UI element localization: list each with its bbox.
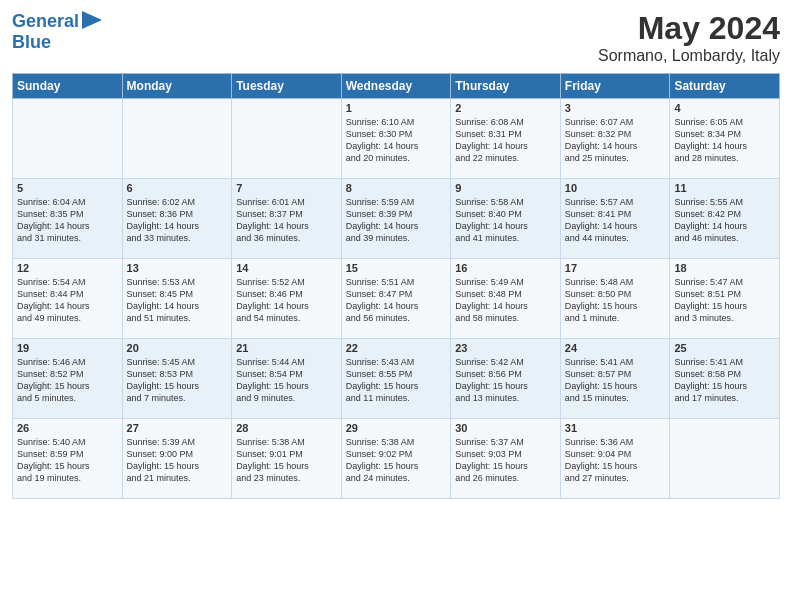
day-number: 16	[455, 262, 556, 274]
table-row: 23Sunrise: 5:42 AM Sunset: 8:56 PM Dayli…	[451, 339, 561, 419]
table-row: 2Sunrise: 6:08 AM Sunset: 8:31 PM Daylig…	[451, 99, 561, 179]
day-number: 23	[455, 342, 556, 354]
day-info: Sunrise: 5:48 AM Sunset: 8:50 PM Dayligh…	[565, 276, 666, 325]
table-row: 24Sunrise: 5:41 AM Sunset: 8:57 PM Dayli…	[560, 339, 670, 419]
table-row: 12Sunrise: 5:54 AM Sunset: 8:44 PM Dayli…	[13, 259, 123, 339]
day-number: 2	[455, 102, 556, 114]
day-number: 22	[346, 342, 447, 354]
table-row: 13Sunrise: 5:53 AM Sunset: 8:45 PM Dayli…	[122, 259, 232, 339]
day-number: 1	[346, 102, 447, 114]
day-info: Sunrise: 6:07 AM Sunset: 8:32 PM Dayligh…	[565, 116, 666, 165]
table-row: 22Sunrise: 5:43 AM Sunset: 8:55 PM Dayli…	[341, 339, 451, 419]
title-block: May 2024 Sormano, Lombardy, Italy	[598, 10, 780, 65]
table-row	[13, 99, 123, 179]
day-info: Sunrise: 5:52 AM Sunset: 8:46 PM Dayligh…	[236, 276, 337, 325]
day-number: 13	[127, 262, 228, 274]
day-info: Sunrise: 5:38 AM Sunset: 9:01 PM Dayligh…	[236, 436, 337, 485]
day-info: Sunrise: 5:37 AM Sunset: 9:03 PM Dayligh…	[455, 436, 556, 485]
day-info: Sunrise: 5:53 AM Sunset: 8:45 PM Dayligh…	[127, 276, 228, 325]
day-number: 30	[455, 422, 556, 434]
table-row: 4Sunrise: 6:05 AM Sunset: 8:34 PM Daylig…	[670, 99, 780, 179]
table-row: 11Sunrise: 5:55 AM Sunset: 8:42 PM Dayli…	[670, 179, 780, 259]
col-monday: Monday	[122, 74, 232, 99]
day-number: 17	[565, 262, 666, 274]
calendar-week-row: 1Sunrise: 6:10 AM Sunset: 8:30 PM Daylig…	[13, 99, 780, 179]
table-row: 17Sunrise: 5:48 AM Sunset: 8:50 PM Dayli…	[560, 259, 670, 339]
calendar-subtitle: Sormano, Lombardy, Italy	[598, 47, 780, 65]
day-number: 9	[455, 182, 556, 194]
day-number: 18	[674, 262, 775, 274]
table-row: 10Sunrise: 5:57 AM Sunset: 8:41 PM Dayli…	[560, 179, 670, 259]
day-info: Sunrise: 5:46 AM Sunset: 8:52 PM Dayligh…	[17, 356, 118, 405]
col-sunday: Sunday	[13, 74, 123, 99]
day-number: 20	[127, 342, 228, 354]
day-info: Sunrise: 5:57 AM Sunset: 8:41 PM Dayligh…	[565, 196, 666, 245]
table-row: 18Sunrise: 5:47 AM Sunset: 8:51 PM Dayli…	[670, 259, 780, 339]
table-row: 31Sunrise: 5:36 AM Sunset: 9:04 PM Dayli…	[560, 419, 670, 499]
table-row: 20Sunrise: 5:45 AM Sunset: 8:53 PM Dayli…	[122, 339, 232, 419]
table-row: 25Sunrise: 5:41 AM Sunset: 8:58 PM Dayli…	[670, 339, 780, 419]
day-number: 10	[565, 182, 666, 194]
day-number: 25	[674, 342, 775, 354]
table-row: 30Sunrise: 5:37 AM Sunset: 9:03 PM Dayli…	[451, 419, 561, 499]
day-info: Sunrise: 5:43 AM Sunset: 8:55 PM Dayligh…	[346, 356, 447, 405]
page-container: General Blue May 2024 Sormano, Lombardy,…	[0, 0, 792, 507]
day-info: Sunrise: 5:41 AM Sunset: 8:57 PM Dayligh…	[565, 356, 666, 405]
day-info: Sunrise: 5:49 AM Sunset: 8:48 PM Dayligh…	[455, 276, 556, 325]
calendar-title: May 2024	[598, 10, 780, 47]
day-number: 12	[17, 262, 118, 274]
day-number: 19	[17, 342, 118, 354]
day-number: 4	[674, 102, 775, 114]
day-number: 28	[236, 422, 337, 434]
day-info: Sunrise: 5:39 AM Sunset: 9:00 PM Dayligh…	[127, 436, 228, 485]
day-info: Sunrise: 6:10 AM Sunset: 8:30 PM Dayligh…	[346, 116, 447, 165]
day-info: Sunrise: 5:54 AM Sunset: 8:44 PM Dayligh…	[17, 276, 118, 325]
svg-marker-0	[82, 11, 102, 29]
day-number: 27	[127, 422, 228, 434]
calendar-week-row: 12Sunrise: 5:54 AM Sunset: 8:44 PM Dayli…	[13, 259, 780, 339]
day-info: Sunrise: 5:55 AM Sunset: 8:42 PM Dayligh…	[674, 196, 775, 245]
table-row: 29Sunrise: 5:38 AM Sunset: 9:02 PM Dayli…	[341, 419, 451, 499]
table-row: 27Sunrise: 5:39 AM Sunset: 9:00 PM Dayli…	[122, 419, 232, 499]
table-row: 9Sunrise: 5:58 AM Sunset: 8:40 PM Daylig…	[451, 179, 561, 259]
table-row: 26Sunrise: 5:40 AM Sunset: 8:59 PM Dayli…	[13, 419, 123, 499]
day-number: 31	[565, 422, 666, 434]
day-info: Sunrise: 6:05 AM Sunset: 8:34 PM Dayligh…	[674, 116, 775, 165]
day-info: Sunrise: 6:01 AM Sunset: 8:37 PM Dayligh…	[236, 196, 337, 245]
table-row: 1Sunrise: 6:10 AM Sunset: 8:30 PM Daylig…	[341, 99, 451, 179]
day-info: Sunrise: 5:51 AM Sunset: 8:47 PM Dayligh…	[346, 276, 447, 325]
col-tuesday: Tuesday	[232, 74, 342, 99]
table-row: 6Sunrise: 6:02 AM Sunset: 8:36 PM Daylig…	[122, 179, 232, 259]
col-wednesday: Wednesday	[341, 74, 451, 99]
day-number: 26	[17, 422, 118, 434]
day-number: 21	[236, 342, 337, 354]
table-row: 28Sunrise: 5:38 AM Sunset: 9:01 PM Dayli…	[232, 419, 342, 499]
day-number: 29	[346, 422, 447, 434]
table-row: 14Sunrise: 5:52 AM Sunset: 8:46 PM Dayli…	[232, 259, 342, 339]
day-info: Sunrise: 6:02 AM Sunset: 8:36 PM Dayligh…	[127, 196, 228, 245]
day-number: 6	[127, 182, 228, 194]
table-row	[232, 99, 342, 179]
day-info: Sunrise: 5:44 AM Sunset: 8:54 PM Dayligh…	[236, 356, 337, 405]
col-thursday: Thursday	[451, 74, 561, 99]
day-info: Sunrise: 5:47 AM Sunset: 8:51 PM Dayligh…	[674, 276, 775, 325]
table-row: 16Sunrise: 5:49 AM Sunset: 8:48 PM Dayli…	[451, 259, 561, 339]
day-number: 7	[236, 182, 337, 194]
day-number: 14	[236, 262, 337, 274]
table-row: 5Sunrise: 6:04 AM Sunset: 8:35 PM Daylig…	[13, 179, 123, 259]
logo: General Blue	[12, 10, 102, 53]
table-row: 8Sunrise: 5:59 AM Sunset: 8:39 PM Daylig…	[341, 179, 451, 259]
table-row	[670, 419, 780, 499]
day-info: Sunrise: 5:41 AM Sunset: 8:58 PM Dayligh…	[674, 356, 775, 405]
header: General Blue May 2024 Sormano, Lombardy,…	[12, 10, 780, 65]
calendar-week-row: 26Sunrise: 5:40 AM Sunset: 8:59 PM Dayli…	[13, 419, 780, 499]
table-row: 21Sunrise: 5:44 AM Sunset: 8:54 PM Dayli…	[232, 339, 342, 419]
header-row: Sunday Monday Tuesday Wednesday Thursday…	[13, 74, 780, 99]
calendar-week-row: 5Sunrise: 6:04 AM Sunset: 8:35 PM Daylig…	[13, 179, 780, 259]
day-info: Sunrise: 5:59 AM Sunset: 8:39 PM Dayligh…	[346, 196, 447, 245]
calendar-table: Sunday Monday Tuesday Wednesday Thursday…	[12, 73, 780, 499]
logo-arrow-icon	[82, 11, 102, 29]
table-row: 7Sunrise: 6:01 AM Sunset: 8:37 PM Daylig…	[232, 179, 342, 259]
logo-text2: Blue	[12, 33, 51, 53]
day-info: Sunrise: 5:36 AM Sunset: 9:04 PM Dayligh…	[565, 436, 666, 485]
